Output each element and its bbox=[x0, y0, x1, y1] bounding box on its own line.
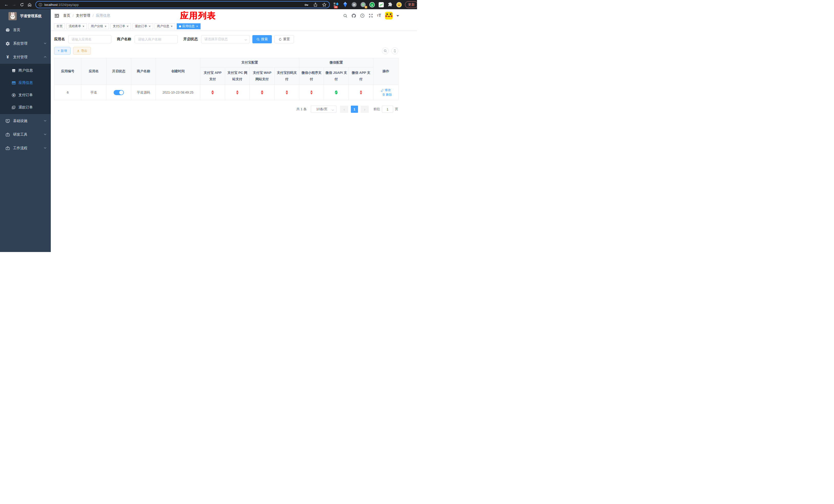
browser-home-button[interactable] bbox=[26, 1, 33, 8]
browser-toolbar: ← → localhost:1024/pay/app 10 ⌘ 1 y bbox=[0, 0, 417, 9]
extension-green-y-icon[interactable]: y bbox=[369, 2, 375, 7]
extension-balloon-icon[interactable] bbox=[343, 2, 348, 7]
sidebar-item-payment[interactable]: ¥ 支付管理 bbox=[0, 50, 51, 64]
sidebar-item-app-info[interactable]: 应用信息 bbox=[0, 77, 51, 89]
search-button[interactable]: 搜索 bbox=[253, 35, 272, 43]
close-icon[interactable]: × bbox=[127, 25, 129, 28]
extension-chart-icon[interactable] bbox=[378, 2, 384, 7]
active-tab-dot bbox=[179, 25, 181, 27]
column-header-status: 开启状态 bbox=[106, 58, 131, 85]
browser-profile-avatar[interactable] bbox=[396, 2, 402, 7]
search-button-label: 搜索 bbox=[261, 37, 268, 42]
sidebar-fold-button[interactable] bbox=[54, 14, 59, 18]
sidebar-item-dev-tools[interactable]: 研发工具 bbox=[0, 128, 51, 141]
status-select[interactable]: 请选择开启状态 bbox=[201, 35, 250, 43]
close-icon[interactable]: × bbox=[149, 25, 151, 28]
close-icon[interactable]: × bbox=[171, 25, 173, 28]
logo-rabbit-image bbox=[8, 12, 17, 20]
page-unit-label: 页 bbox=[395, 107, 398, 112]
extensions-row: 10 ⌘ 1 y bbox=[333, 2, 402, 7]
tab-app-info[interactable]: 应用信息× bbox=[177, 23, 201, 29]
tab-merchant-info[interactable]: 商户信息× bbox=[155, 23, 175, 29]
page-number-1[interactable]: 1 bbox=[351, 106, 358, 113]
extension-badge: 1 bbox=[365, 6, 367, 8]
next-page-button[interactable]: › bbox=[360, 106, 369, 113]
site-info-icon[interactable] bbox=[39, 3, 42, 7]
share-icon[interactable] bbox=[313, 2, 318, 7]
tab-refund-orders[interactable]: 退款订单× bbox=[133, 23, 153, 29]
breadcrumb-payment[interactable]: 支付管理 bbox=[76, 13, 90, 18]
user-avatar[interactable] bbox=[385, 12, 393, 20]
sidebar-item-home[interactable]: 首页 bbox=[0, 23, 51, 37]
cell-app-id: 6 bbox=[54, 85, 81, 100]
delete-button[interactable]: 删除 bbox=[382, 93, 392, 97]
browser-forward-button[interactable]: → bbox=[11, 1, 18, 8]
prev-page-button[interactable]: ‹ bbox=[340, 106, 348, 113]
sidebar-item-payment-orders[interactable]: ¥ 支付订单 bbox=[0, 89, 51, 101]
extensions-puzzle-icon[interactable] bbox=[387, 2, 393, 7]
reset-button[interactable]: 重置 bbox=[275, 35, 294, 43]
tab-payment-orders[interactable]: 支付订单× bbox=[111, 23, 131, 29]
status-check-icon: ✓ bbox=[335, 91, 338, 94]
breadcrumb-home[interactable]: 首页 bbox=[63, 13, 70, 18]
chevron-down-icon bbox=[44, 146, 47, 150]
export-button[interactable]: 导出 bbox=[73, 47, 91, 54]
tab-user-group[interactable]: 用户分组× bbox=[88, 23, 109, 29]
browser-update-button[interactable]: 更新 bbox=[405, 1, 417, 8]
browser-reload-button[interactable] bbox=[19, 1, 25, 8]
add-button[interactable]: + 新增 bbox=[54, 47, 70, 54]
header-search-icon[interactable] bbox=[343, 14, 348, 18]
font-size-icon[interactable]: TT bbox=[377, 13, 381, 18]
yen-icon: ¥ bbox=[5, 55, 10, 60]
breadcrumb-separator: / bbox=[72, 14, 73, 18]
app-name-input[interactable] bbox=[68, 35, 111, 43]
extension-badge: 10 bbox=[334, 6, 338, 8]
sidebar-item-merchant-info[interactable]: 商户信息 bbox=[0, 64, 51, 77]
goto-page-input[interactable] bbox=[382, 106, 393, 113]
tab-home[interactable]: 首页 bbox=[54, 23, 65, 29]
sidebar-item-workflow[interactable]: 工作流程 bbox=[0, 141, 51, 155]
enabled-toggle[interactable] bbox=[114, 90, 124, 95]
column-header-merchant: 商户名称 bbox=[131, 58, 156, 85]
tab-process-form[interactable]: 流程表单× bbox=[66, 23, 87, 29]
bookmark-star-icon[interactable] bbox=[322, 2, 327, 7]
close-icon[interactable]: × bbox=[104, 25, 107, 28]
tab-label: 用户分组 bbox=[91, 24, 103, 28]
status-cross-icon: × bbox=[261, 91, 263, 94]
sidebar-item-infrastructure[interactable]: 基础设施 bbox=[0, 114, 51, 128]
avatar-dropdown-caret-icon[interactable] bbox=[396, 15, 399, 17]
column-header-app-name: 应用名 bbox=[81, 58, 106, 85]
edit-button[interactable]: 修改 bbox=[381, 88, 391, 92]
sidebar-item-label: 工作流程 bbox=[13, 146, 27, 151]
pagination: 共 1 条 10条/页 ‹ 1 › 前往 页 bbox=[54, 106, 398, 113]
status-cross-icon: × bbox=[360, 91, 362, 94]
fullscreen-icon[interactable] bbox=[369, 13, 373, 18]
close-icon[interactable]: × bbox=[196, 25, 198, 28]
status-cross-icon: × bbox=[212, 91, 214, 94]
merchant-name-input[interactable] bbox=[135, 35, 178, 43]
breadcrumb: 首页 / 支付管理 / 应用信息 bbox=[63, 13, 110, 18]
sidebar-logo[interactable]: 芋道管理系统 bbox=[0, 9, 51, 23]
password-key-icon[interactable] bbox=[304, 2, 309, 7]
extension-blue-diamond-icon[interactable]: 10 bbox=[333, 2, 339, 7]
column-header-wechat-mini: 微信小程序支付 bbox=[299, 67, 324, 85]
help-icon[interactable]: ? bbox=[360, 13, 365, 18]
svg-text:?: ? bbox=[361, 14, 363, 17]
close-icon[interactable]: × bbox=[82, 25, 85, 28]
filter-form: 应用名 商户名称 开启状态 请选择开启状态 搜索 重置 bbox=[54, 35, 417, 43]
address-bar[interactable]: localhost:1024/pay/app bbox=[36, 1, 330, 8]
sidebar-item-system[interactable]: 系统管理 bbox=[0, 37, 51, 50]
extension-camera-icon[interactable]: 1 bbox=[360, 2, 366, 7]
sidebar-item-label: 应用信息 bbox=[19, 81, 33, 85]
monitor-icon bbox=[5, 119, 10, 123]
grid-icon bbox=[11, 81, 16, 85]
github-icon[interactable] bbox=[351, 13, 356, 18]
toggle-search-button[interactable] bbox=[382, 47, 389, 54]
extension-command-icon[interactable]: ⌘ bbox=[351, 2, 357, 7]
browser-back-button[interactable]: ← bbox=[3, 1, 10, 8]
tab-label: 流程表单 bbox=[69, 24, 81, 28]
sidebar-item-refund-orders[interactable]: 退款订单 bbox=[0, 101, 51, 114]
chevron-up-icon bbox=[44, 55, 47, 59]
refresh-table-button[interactable] bbox=[391, 47, 398, 54]
page-size-select[interactable]: 10条/页 bbox=[311, 106, 336, 113]
